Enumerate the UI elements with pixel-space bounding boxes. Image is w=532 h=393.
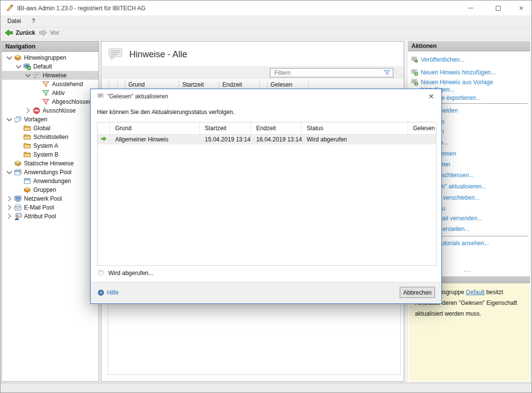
menu-bar [0,16,532,27]
cell-startzeit: 15.04.2019 13:14 [200,136,251,143]
dialog-table: Grund Startzeit Endzeit Status Gelesen A… [97,122,436,266]
close-icon: ✕ [519,5,524,12]
funnel-done-icon [42,98,50,106]
column-grund[interactable]: Grund [125,80,179,89]
action-veroeffentlichen[interactable]: Veröffentlichen... [421,56,526,64]
column-status[interactable]: Status [302,122,408,134]
action-neuer-hinweis[interactable]: Neuen Hinweis hinzufügen... [421,69,526,76]
cell-grund: Allgemeiner Hinweis [110,136,200,143]
sidebar-item-system-b[interactable]: System B [2,150,98,159]
chevron-right-icon[interactable] [24,106,32,115]
help-icon [97,289,104,296]
templates-icon [14,116,22,123]
sidebar-item-global[interactable]: Global [2,124,98,133]
window-icon [23,177,31,185]
sidebar-item-abgeschlossen[interactable]: Abgeschlossen [2,97,98,106]
minimize-button[interactable] [459,0,482,16]
folder-icon [23,133,31,141]
table-row[interactable]: Allgemeiner Hinweis 15.04.2019 13:14 16.… [97,135,436,144]
group-box-icon [14,54,22,62]
info-note-default-link[interactable]: Default [466,289,484,296]
dialog-close-icon[interactable]: ✕ [426,92,436,101]
folder-icon [23,124,31,132]
close-button[interactable]: ✕ [510,0,532,16]
sidebar-item-schnittstellen[interactable]: Schnittstellen [2,133,98,141]
sidebar-item-gruppen[interactable]: Gruppen [2,185,98,194]
chevron-down-icon[interactable] [14,62,23,71]
cancel-button[interactable]: Abbrechen [400,287,435,298]
gelesen-aktualisieren-dialog: "Gelesen" aktualisieren ✕ Hier können Si… [90,89,442,304]
column-startzeit[interactable]: Startzeit [200,122,251,134]
column-gelesen[interactable]: Gelesen [267,80,309,89]
monitor-icon [14,195,22,203]
maximize-button[interactable] [487,0,509,16]
sidebar-item-vorlagen[interactable]: Vorlagen [2,115,98,124]
filter-funnel-icon[interactable] [383,69,391,76]
chevron-right-icon[interactable] [5,203,14,212]
app-window: IBI-aws Admin 1.23.0 - registriert für I… [0,0,532,393]
dialog-footer: Hilfe Abbrechen [91,282,441,303]
dialog-status-text: Wird abgerufen... [108,270,153,277]
help-label: Hilfe [107,289,119,296]
sidebar-item-statische-hinweise[interactable]: Statische Hinweise [2,159,98,168]
nav-toolbar [0,27,532,39]
funnel-active-icon [42,89,50,97]
dialog-title: "Gelesen" aktualisieren [107,93,168,100]
sidebar-item-ausstehend[interactable]: Ausstehend [2,80,98,89]
chevron-down-icon[interactable] [5,53,14,62]
chevron-down-icon[interactable] [24,71,32,80]
window-stack-icon [14,168,22,176]
mail-icon [14,204,22,211]
column-startzeit[interactable]: Startzeit [179,80,219,89]
menu-datei[interactable]: Datei [7,18,21,24]
sidebar-item-netzwerk-pool[interactable]: Netzwerk Pool [2,194,98,203]
sidebar-item-ausschluesse[interactable]: Ausschlüsse [2,106,98,115]
minimize-icon [468,8,473,8]
column-grund[interactable]: Grund [110,122,200,134]
no-entry-icon [32,107,41,115]
notes-header-icon [108,46,123,62]
row-arrow-icon [97,136,110,143]
maximize-icon [496,6,501,11]
chevron-down-icon[interactable] [5,168,14,177]
back-button[interactable]: Zurück [4,29,35,37]
actions-header: Aktionen [408,41,530,51]
cell-endzeit: 16.04.2019 13:14 [251,136,302,143]
static-box-icon [14,160,22,167]
sidebar-item-email-pool[interactable]: E-Mail Pool [2,203,98,212]
sidebar-item-hinweise[interactable]: Hinweise [2,71,98,80]
chevron-down-icon[interactable] [5,115,14,124]
spinner-icon [97,269,105,277]
group-box-icon [23,186,31,194]
filter-placeholder: Filtern [270,69,383,76]
screen-check-icon [23,63,31,70]
forward-arrow-icon [39,29,48,37]
sidebar-item-anwendungs-pool[interactable]: Anwendungs Pool [2,168,98,177]
dialog-description: Hier können Sie den Aktualisierungsstatu… [97,109,235,116]
sidebar-item-system-a[interactable]: System A [2,141,98,150]
column-gelesen[interactable]: Gelesen [408,122,436,134]
menu-help[interactable]: ? [32,18,35,24]
back-arrow-icon [4,29,13,37]
add-note-icon [411,69,418,76]
sidebar-item-default[interactable]: Default [2,62,98,71]
app-icon [6,4,14,12]
title-bar: IBI-aws Admin 1.23.0 - registriert für I… [0,0,532,16]
dialog-table-header: Grund Startzeit Endzeit Status Gelesen [97,122,436,135]
column-endzeit[interactable]: Endzeit [251,122,302,134]
column-endzeit[interactable]: Endzeit [219,80,260,89]
dialog-status: Wird abgerufen... [97,269,153,277]
filter-input[interactable]: Filtern [270,68,393,77]
chevron-right-icon[interactable] [5,212,14,221]
navigation-header: Navigation [2,42,98,52]
forward-button[interactable]: Vor [39,29,59,37]
chevron-right-icon[interactable] [5,194,14,203]
sidebar-item-anwendungen[interactable]: Anwendungen [2,177,98,185]
help-link[interactable]: Hilfe [97,289,119,296]
sidebar-item-attribut-pool[interactable]: Attribut Pool [2,212,98,221]
sidebar-item-hinweisgruppen[interactable]: Hinweisgruppen [2,53,98,62]
sidebar-item-aktiv[interactable]: Aktiv [2,89,98,97]
dialog-note-icon [97,92,104,100]
cell-status: Wird abgerufen [302,136,408,143]
actions-overflow[interactable]: ... [464,266,472,273]
